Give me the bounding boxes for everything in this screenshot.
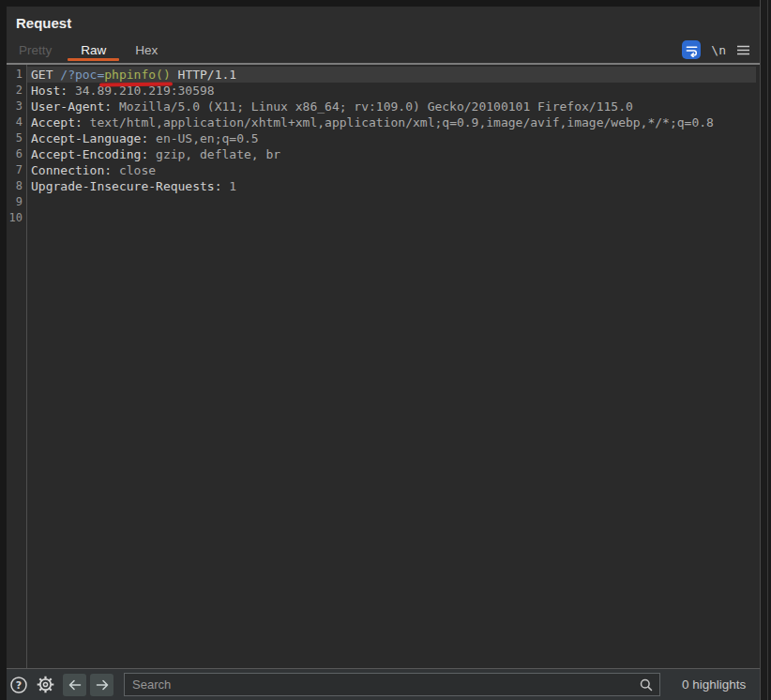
line-content: GET /?poc=phpinfo() HTTP/1.1 xyxy=(27,67,756,83)
line-number: 9 xyxy=(7,194,26,210)
request-editor[interactable]: 1GET /?poc=phpinfo() HTTP/1.12Host: 34.8… xyxy=(7,64,760,668)
line-content: Connection: close xyxy=(27,162,756,178)
line-number: 10 xyxy=(7,210,26,226)
code-segment: Connection: xyxy=(31,163,112,177)
request-line[interactable]: 7Connection: close xyxy=(7,162,760,178)
request-line[interactable]: 9 xyxy=(7,194,760,210)
editor-menu-button[interactable] xyxy=(736,44,750,56)
line-number: 2 xyxy=(7,83,26,99)
line-number: 1 xyxy=(7,67,26,83)
code-segment: Mozilla/5.0 (X11; Linux x86_64; rv:109.0… xyxy=(112,99,633,114)
code-segment: GET xyxy=(31,68,60,82)
help-button[interactable]: ? xyxy=(9,676,28,694)
gutter-divider xyxy=(26,65,27,668)
line-content: Accept-Language: en-US,en;q=0.5 xyxy=(27,130,756,146)
search-settings-button[interactable] xyxy=(36,675,55,694)
code-segment: HTTP/1.1 xyxy=(171,68,236,82)
code-segment: User-Agent: xyxy=(31,99,112,114)
highlights-count: 0 highlights xyxy=(682,677,746,692)
code-segment: /?poc= xyxy=(60,68,104,82)
panel-header: Request xyxy=(7,7,760,31)
tab-hex[interactable]: Hex xyxy=(135,37,158,63)
line-content xyxy=(27,210,756,226)
line-number: 6 xyxy=(7,146,26,162)
code-segment: Upgrade-Insecure-Requests: xyxy=(31,179,222,193)
tab-pretty[interactable]: Pretty xyxy=(19,37,52,63)
menu-icon xyxy=(736,44,750,56)
line-number: 5 xyxy=(7,130,26,146)
panel-title: Request xyxy=(16,16,760,31)
search-field-wrap xyxy=(124,673,660,696)
editor-toolbar: \n xyxy=(682,40,750,59)
newline-toggle[interactable]: \n xyxy=(711,43,726,57)
code-segment: Accept-Encoding: xyxy=(31,147,148,161)
line-number: 8 xyxy=(7,178,26,194)
tab-raw[interactable]: Raw xyxy=(81,37,106,63)
request-line[interactable]: 6Accept-Encoding: gzip, deflate, br xyxy=(7,146,760,162)
search-input[interactable] xyxy=(124,673,660,696)
arrow-right-icon xyxy=(95,677,110,692)
gear-icon xyxy=(36,675,55,694)
editor-lines: 1GET /?poc=phpinfo() HTTP/1.12Host: 34.8… xyxy=(7,67,760,226)
line-content: Upgrade-Insecure-Requests: 1 xyxy=(27,178,756,194)
adjacent-panel-edge xyxy=(760,0,771,700)
previous-match-button[interactable] xyxy=(63,674,86,696)
request-line[interactable]: 10 xyxy=(7,210,760,226)
annotated-param: phpinfo() xyxy=(104,68,170,82)
next-match-button[interactable] xyxy=(90,674,113,696)
line-content: Accept-Encoding: gzip, deflate, br xyxy=(27,146,756,162)
arrow-left-icon xyxy=(68,677,83,692)
word-wrap-toggle[interactable] xyxy=(682,40,701,59)
request-line[interactable]: 1GET /?poc=phpinfo() HTTP/1.1 xyxy=(7,67,760,83)
line-content: Accept: text/html,application/xhtml+xml,… xyxy=(27,114,756,130)
word-wrap-icon xyxy=(685,43,699,57)
line-number: 4 xyxy=(7,114,26,130)
line-number: 7 xyxy=(7,162,26,178)
request-line[interactable]: 4Accept: text/html,application/xhtml+xml… xyxy=(7,114,760,130)
line-content: User-Agent: Mozilla/5.0 (X11; Linux x86_… xyxy=(27,99,756,114)
request-panel: Request Pretty Raw Hex \n xyxy=(7,7,760,700)
code-segment: Host: xyxy=(31,84,68,98)
message-view-tabs: Pretty Raw Hex \n xyxy=(7,37,760,64)
code-segment: en-US,en;q=0.5 xyxy=(148,131,258,145)
code-segment: gzip, deflate, br xyxy=(148,147,280,161)
svg-text:?: ? xyxy=(16,679,22,692)
code-segment: 1 xyxy=(222,179,237,193)
code-segment: Accept-Language: xyxy=(31,131,148,145)
help-icon: ? xyxy=(9,676,28,694)
line-content xyxy=(27,194,756,210)
request-line[interactable]: 8Upgrade-Insecure-Requests: 1 xyxy=(7,178,760,194)
code-segment: close xyxy=(112,163,156,177)
request-line[interactable]: 5Accept-Language: en-US,en;q=0.5 xyxy=(7,130,760,146)
line-number: 3 xyxy=(7,99,26,114)
code-segment: text/html,application/xhtml+xml,applicat… xyxy=(83,115,714,129)
request-line[interactable]: 3User-Agent: Mozilla/5.0 (X11; Linux x86… xyxy=(7,99,760,114)
code-segment: Accept: xyxy=(31,115,83,129)
search-bar: ? xyxy=(7,668,760,700)
